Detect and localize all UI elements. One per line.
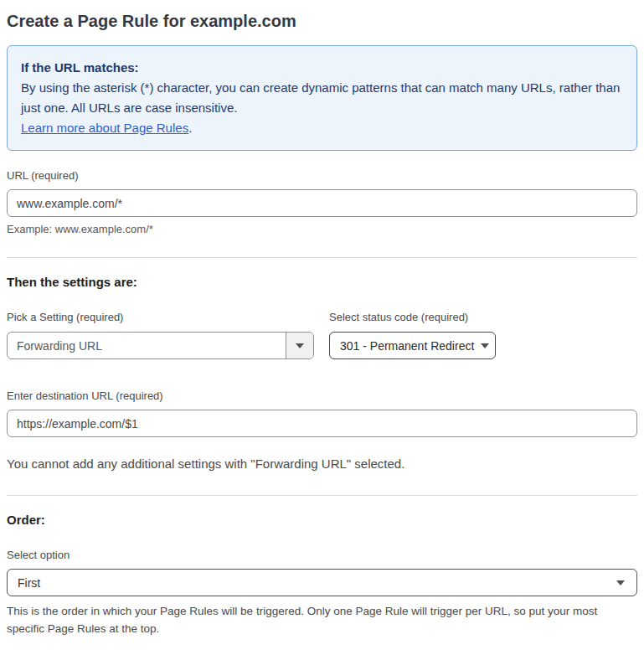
learn-more-link[interactable]: Learn more about Page Rules: [21, 121, 188, 135]
divider: [7, 495, 637, 496]
url-field-help: Example: www.example.com/*: [7, 223, 637, 235]
settings-section-heading: Then the settings are:: [7, 275, 637, 289]
chevron-down-icon: [481, 343, 489, 348]
destination-field-label: Enter destination URL (required): [7, 389, 637, 403]
status-select-label: Select status code (required): [329, 311, 496, 324]
create-page-rule-form: Create a Page Rule for example.com If th…: [0, 0, 644, 655]
destination-url-input[interactable]: [7, 410, 637, 437]
settings-selects-row: Pick a Setting (required) Forwarding URL…: [7, 311, 637, 359]
status-select-group: Select status code (required) 301 - Perm…: [329, 311, 496, 359]
divider: [7, 257, 637, 258]
info-box-link-row: Learn more about Page Rules.: [21, 118, 623, 138]
setting-select-value: Forwarding URL: [8, 333, 286, 358]
setting-select[interactable]: Forwarding URL: [7, 332, 314, 359]
order-help-text: This is the order in which your Page Rul…: [7, 602, 631, 637]
info-box-heading: If the URL matches:: [21, 58, 623, 78]
setting-select-label: Pick a Setting (required): [7, 311, 314, 324]
page-title: Create a Page Rule for example.com: [7, 9, 637, 33]
setting-select-arrow-box[interactable]: [286, 333, 313, 358]
url-match-info-box: If the URL matches: By using the asteris…: [7, 45, 637, 151]
url-input[interactable]: [7, 189, 637, 217]
status-select-value: 301 - Permanent Redirect: [340, 339, 474, 353]
link-period: .: [188, 121, 192, 135]
order-section-heading: Order:: [7, 513, 637, 527]
order-select-label: Select option: [7, 549, 637, 562]
order-select-value: First: [18, 576, 40, 590]
info-box-body: By using the asterisk (*) character, you…: [21, 78, 623, 118]
settings-restriction-note: You cannot add any additional settings w…: [7, 456, 637, 472]
chevron-down-icon: [296, 343, 304, 348]
setting-select-group: Pick a Setting (required) Forwarding URL: [7, 311, 314, 359]
order-select[interactable]: First: [7, 569, 637, 596]
url-field-label: URL (required): [7, 169, 637, 183]
chevron-down-icon: [616, 580, 625, 585]
status-code-select[interactable]: 301 - Permanent Redirect: [329, 332, 496, 359]
